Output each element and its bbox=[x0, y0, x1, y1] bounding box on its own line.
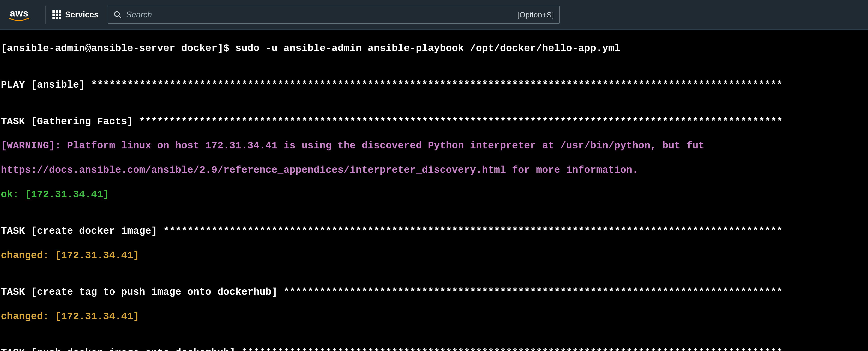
terminal-output[interactable]: [ansible-admin@ansible-server docker]$ s… bbox=[0, 30, 868, 351]
aws-logo-text: aws bbox=[10, 8, 29, 19]
aws-logo[interactable]: aws bbox=[9, 8, 29, 22]
prompt-line: [ansible-admin@ansible-server docker]$ s… bbox=[1, 42, 867, 55]
shell-prompt: [ansible-admin@ansible-server docker]$ bbox=[1, 43, 236, 54]
search-icon bbox=[114, 11, 122, 19]
warning-line-2: https://docs.ansible.com/ansible/2.9/ref… bbox=[1, 164, 867, 177]
warning-line-1: [WARNING]: Platform linux on host 172.31… bbox=[1, 140, 867, 152]
task-gathering-facts: TASK [Gathering Facts] *****************… bbox=[1, 116, 867, 128]
ok-host-line: ok: [172.31.34.41] bbox=[1, 189, 867, 201]
task-create-tag: TASK [create tag to push image onto dock… bbox=[1, 286, 867, 298]
services-grid-icon bbox=[53, 10, 61, 19]
search-input[interactable] bbox=[126, 10, 513, 20]
aws-header: aws Services [Option+S] bbox=[0, 0, 868, 30]
aws-smile-icon bbox=[9, 18, 29, 22]
svg-line-1 bbox=[119, 16, 121, 18]
search-box[interactable]: [Option+S] bbox=[107, 6, 560, 24]
command-text: sudo -u ansible-admin ansible-playbook /… bbox=[236, 43, 620, 54]
changed-host-line: changed: [172.31.34.41] bbox=[1, 250, 867, 262]
task-push-image: TASK [push docker image onto dockerhub] … bbox=[1, 347, 867, 351]
services-button[interactable]: Services bbox=[53, 10, 98, 20]
play-header: PLAY [ansible] *************************… bbox=[1, 79, 867, 91]
changed-host-line: changed: [172.31.34.41] bbox=[1, 311, 867, 323]
services-label: Services bbox=[65, 10, 98, 20]
task-create-image: TASK [create docker image] *************… bbox=[1, 225, 867, 237]
search-shortcut-hint: [Option+S] bbox=[518, 10, 554, 19]
header-divider bbox=[45, 6, 46, 24]
